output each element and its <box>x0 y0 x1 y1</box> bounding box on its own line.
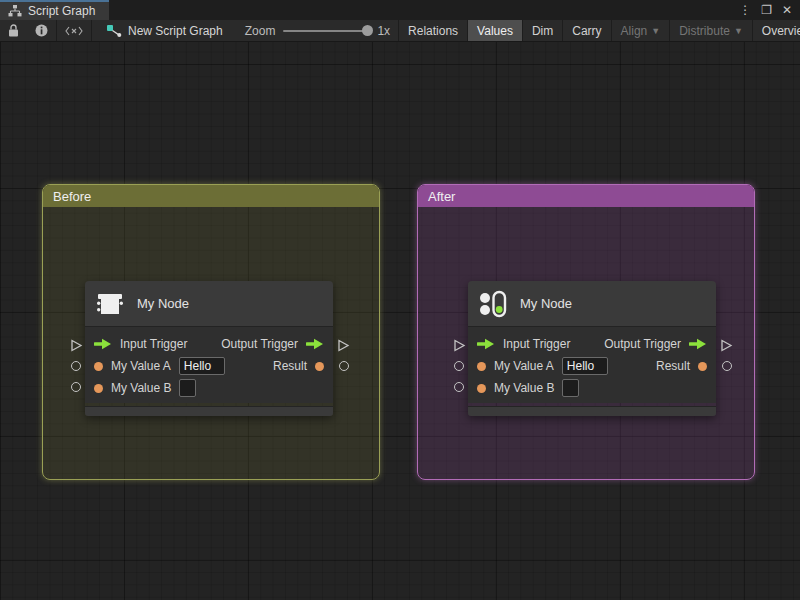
zoom-value: 1x <box>377 24 390 38</box>
value-b-input[interactable] <box>562 379 579 397</box>
ext-value-in-port[interactable] <box>71 382 81 392</box>
graph-asset[interactable]: New Script Graph <box>92 20 233 41</box>
tab-title: Script Graph <box>28 4 95 18</box>
node-header[interactable]: My Node <box>468 281 716 327</box>
tab-bar: Script Graph ⋮ ❐ ✕ <box>0 0 800 20</box>
port-label: Result <box>273 359 307 373</box>
node-my-node-before[interactable]: My Node Input Trigger Output Trigger <box>85 281 333 416</box>
value-a-input[interactable] <box>179 357 225 375</box>
group-title: Before <box>53 189 91 204</box>
window-controls: ⋮ ❐ ✕ <box>739 0 800 20</box>
menu-icon[interactable]: ⋮ <box>739 4 751 16</box>
zoom-slider[interactable] <box>283 30 369 32</box>
flow-in-port[interactable] <box>94 338 112 350</box>
ext-flow-out-port[interactable] <box>337 338 350 356</box>
value-in-port[interactable] <box>477 384 486 393</box>
code-view-button[interactable] <box>57 20 91 41</box>
node-footer[interactable] <box>85 406 333 416</box>
info-icon <box>35 24 48 37</box>
port-label: Output Trigger <box>604 337 681 351</box>
ext-flow-out-port[interactable] <box>720 338 733 356</box>
flow-in-port[interactable] <box>477 338 495 350</box>
port-label: Input Trigger <box>120 337 187 351</box>
group-before-header[interactable]: Before <box>43 185 379 207</box>
unit-block-icon <box>94 288 126 320</box>
ext-value-out-port[interactable] <box>722 361 732 371</box>
value-a-row: My Value A Result <box>85 355 333 377</box>
node-body: Input Trigger Output Trigger My Value A … <box>468 327 716 403</box>
group-title: After <box>428 189 455 204</box>
info-button[interactable] <box>27 20 56 41</box>
value-out-port[interactable] <box>698 362 707 371</box>
lock-icon <box>8 24 19 37</box>
value-a-row: My Value A Result <box>468 355 716 377</box>
group-after-header[interactable]: After <box>418 185 754 207</box>
node-title: My Node <box>520 296 572 311</box>
align-dropdown[interactable]: Align▼ <box>612 20 670 41</box>
node-title: My Node <box>137 296 189 311</box>
value-b-row: My Value B <box>85 377 333 399</box>
value-in-port[interactable] <box>477 362 486 371</box>
graph-toolbar: New Script Graph Zoom 1x Relations Value… <box>0 20 800 42</box>
ext-value-out-port[interactable] <box>339 361 349 371</box>
close-icon[interactable]: ✕ <box>782 4 792 16</box>
zoom-label: Zoom <box>245 24 276 38</box>
flow-out-port[interactable] <box>306 338 324 350</box>
graph-asset-name: New Script Graph <box>128 24 223 38</box>
ext-value-in-port[interactable] <box>454 382 464 392</box>
overview-button[interactable]: Overview <box>753 20 800 41</box>
value-b-input[interactable] <box>179 379 196 397</box>
port-label: My Value B <box>494 381 554 395</box>
distribute-dropdown[interactable]: Distribute▼ <box>670 20 752 41</box>
code-icon <box>65 26 83 36</box>
value-out-port[interactable] <box>315 362 324 371</box>
toggle-node-icon <box>477 288 509 320</box>
zoom-slider-handle[interactable] <box>362 25 373 36</box>
lock-button[interactable] <box>0 20 27 41</box>
node-body: Input Trigger Output Trigger My Value A … <box>85 327 333 403</box>
zoom-control: Zoom 1x <box>233 20 398 41</box>
graph-canvas[interactable]: Before After My Node <box>0 42 800 600</box>
node-footer[interactable] <box>468 406 716 416</box>
value-b-row: My Value B <box>468 377 716 399</box>
port-label: Result <box>656 359 690 373</box>
ext-flow-in-port[interactable] <box>453 338 466 356</box>
port-label: Output Trigger <box>221 337 298 351</box>
flow-out-port[interactable] <box>689 338 707 350</box>
script-graph-asset-icon <box>106 24 122 37</box>
chevron-down-icon: ▼ <box>651 26 660 36</box>
port-label: Input Trigger <box>503 337 570 351</box>
toolbar-buttons: Relations Values Dim Carry Align▼ Distri… <box>399 20 800 41</box>
relations-button[interactable]: Relations <box>399 20 467 41</box>
value-in-port[interactable] <box>94 384 103 393</box>
script-graph-window: Script Graph ⋮ ❐ ✕ <box>0 0 800 600</box>
trigger-row: Input Trigger Output Trigger <box>85 333 333 355</box>
ext-flow-in-port[interactable] <box>70 338 83 356</box>
maximize-icon[interactable]: ❐ <box>761 4 772 16</box>
carry-button[interactable]: Carry <box>563 20 610 41</box>
port-label: My Value A <box>111 359 171 373</box>
node-my-node-after[interactable]: My Node Input Trigger Output Trigger <box>468 281 716 416</box>
dim-button[interactable]: Dim <box>523 20 562 41</box>
port-label: My Value B <box>111 381 171 395</box>
value-in-port[interactable] <box>94 362 103 371</box>
ext-value-in-port[interactable] <box>454 361 464 371</box>
ext-value-in-port[interactable] <box>71 361 81 371</box>
trigger-row: Input Trigger Output Trigger <box>468 333 716 355</box>
node-header[interactable]: My Node <box>85 281 333 327</box>
chevron-down-icon: ▼ <box>734 26 743 36</box>
value-a-input[interactable] <box>562 357 608 375</box>
values-button[interactable]: Values <box>468 20 522 41</box>
graph-hierarchy-icon <box>8 5 22 17</box>
tab-script-graph[interactable]: Script Graph <box>0 0 109 20</box>
port-label: My Value A <box>494 359 554 373</box>
